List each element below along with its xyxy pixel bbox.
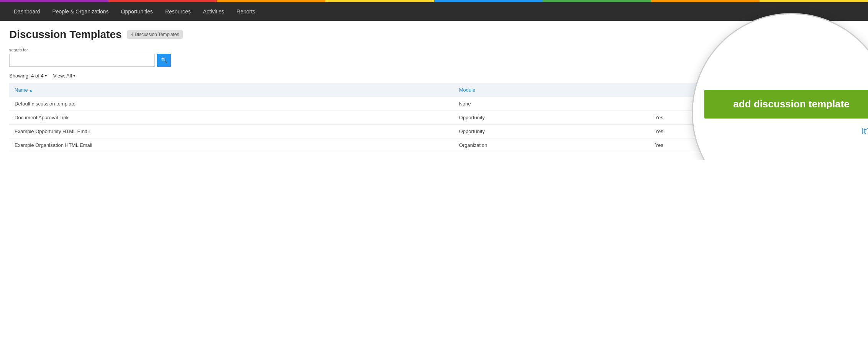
row-name: Example Opportunity HTML Email [9,125,454,138]
view-dropdown[interactable]: View: All [53,73,75,79]
color-bar-green [543,0,651,2]
nav-people-organizations[interactable]: People & Organizations [46,3,115,20]
color-bar-red [108,0,217,2]
row-module: None [454,97,650,111]
row-name: Example Organisation HTML Email [9,138,454,152]
row-module: Opportunity [454,125,650,138]
main-content: Discussion Templates 4 Discussion Templa… [0,21,868,160]
nav-opportunities[interactable]: Opportunities [115,3,159,20]
row-module: Opportunity [454,111,650,125]
row-module: Organization [454,138,650,152]
row-name: Document Approval Link [9,111,454,125]
color-bar-blue [434,0,543,2]
main-nav: Dashboard People & Organizations Opportu… [0,2,868,21]
row-name: Default discussion template [9,97,454,111]
color-bar-yellow [325,0,434,2]
add-discussion-template-button[interactable]: add discussion template [704,90,868,119]
nav-reports[interactable]: Reports [230,3,261,20]
color-bar-orange [217,0,325,2]
color-bar [0,0,868,2]
module-column-header[interactable]: Module [454,83,650,97]
magnify-inner: add discussion template lt? [693,90,868,136]
nav-dashboard[interactable]: Dashboard [8,3,46,20]
name-column-header[interactable]: Name [9,83,454,97]
count-badge: 4 Discussion Templates [127,30,183,39]
color-bar-yellow2 [760,0,868,2]
nav-activities[interactable]: Activities [197,3,230,20]
showing-dropdown[interactable]: Showing: 4 of 4 [9,73,47,79]
search-input[interactable] [9,54,155,67]
search-button[interactable]: 🔍 [157,54,171,67]
search-icon: 🔍 [161,57,167,63]
color-bar-purple [0,0,108,2]
magnify-question-text: lt? [704,126,868,136]
color-bar-orange2 [651,0,760,2]
nav-resources[interactable]: Resources [159,3,197,20]
page-title: Discussion Templates [9,28,122,41]
